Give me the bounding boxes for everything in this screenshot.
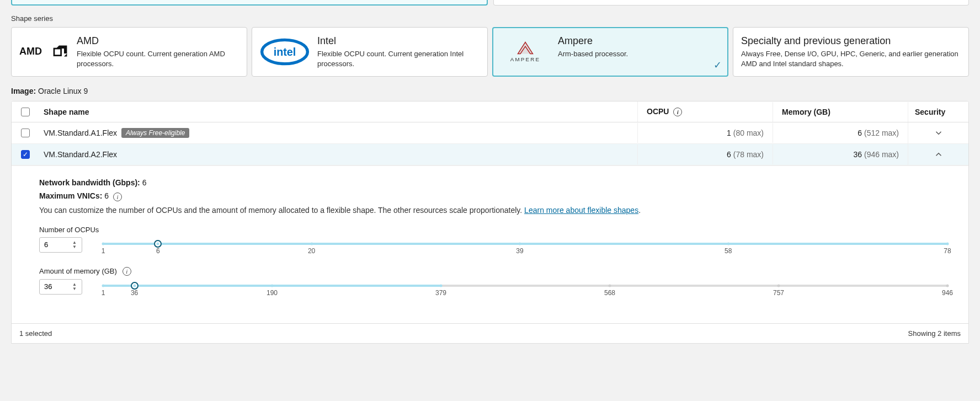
svg-text:AMD: AMD [19,46,42,57]
svg-text:AMPERE: AMPERE [510,56,541,62]
learn-more-link[interactable]: Learn more about flexible shapes [524,206,638,215]
check-icon: ✓ [713,59,722,71]
top-tab-other[interactable] [493,0,969,6]
series-desc: Flexible OCPU count. Current generation … [317,49,480,68]
stepper-icon[interactable]: ▲▼ [72,239,80,251]
chevron-down-icon[interactable] [934,128,944,138]
stepper-icon[interactable]: ▲▼ [72,281,80,293]
selected-count: 1 selected [19,329,52,338]
col-memory: Memory (GB) [773,102,908,122]
chevron-up-icon[interactable] [934,149,944,159]
image-value: Oracle Linux 9 [38,87,88,95]
series-desc: Always Free, Dense I/O, GPU, HPC, Generi… [741,49,961,68]
image-line: Image: Oracle Linux 9 [11,87,980,95]
ocpu-slider-group: Number of OCPUs ▲▼ 1620395878 [39,226,952,257]
series-card-ampere[interactable]: AMPERE Ampere Arm-based processor. ✓ [492,27,728,77]
shape-detail-panel: Network bandwidth (Gbps): 6 Maximum VNIC… [12,165,968,323]
series-card-amd[interactable]: AMD AMD Flexible OCPU count. Current gen… [11,27,247,77]
series-desc: Flexible OCPU count. Current generation … [77,49,239,68]
ocpu-max: (78 max) [733,150,764,159]
col-ocpu: OCPU i [637,101,773,122]
series-card-intel[interactable]: intel Intel Flexible OCPU count. Current… [252,27,488,77]
shape-name: VM.Standard.A2.Flex [44,150,117,159]
info-icon[interactable]: i [113,193,122,201]
col-ocpu-label: OCPU [647,107,669,116]
col-security: Security [908,102,968,122]
memory-tick-labels: 136190379568757946 [103,289,947,299]
desc-text: You can customize the number of OCPUs an… [39,206,524,215]
ocpu-value: 1 [727,129,731,137]
series-desc: Arm-based processor. [558,49,720,59]
ocpu-slider-label: Number of OCPUs [39,226,952,234]
table-row[interactable]: VM.Standard.A1.Flex Always Free-eligible… [12,122,968,144]
bandwidth-value: 6 [142,178,147,187]
memory-slider-label: Amount of memory (GB) [39,267,117,275]
select-all-checkbox[interactable] [21,108,30,116]
ocpu-max: (80 max) [733,129,764,137]
series-title: Intel [317,35,480,47]
row-checkbox[interactable] [21,150,30,159]
mem-max: (512 max) [864,129,899,137]
memory-slider-group: Amount of memory (GB) i ▲▼ 1361903795687… [39,267,952,299]
vnic-value: 6 [104,191,109,200]
mem-value: 36 [854,150,862,159]
ocpu-value: 6 [727,150,731,159]
shape-series-cards: AMD AMD Flexible OCPU count. Current gen… [0,27,980,77]
series-card-specialty[interactable]: Specialty and previous generation Always… [733,27,969,77]
flex-shape-description: You can customize the number of OCPUs an… [39,206,952,215]
intel-logo: intel [260,35,310,68]
showing-count: Showing 2 items [908,329,961,338]
vnic-label: Maximum VNICs: [39,191,102,200]
info-icon[interactable]: i [122,267,131,276]
mem-max: (946 max) [864,150,899,159]
free-eligible-badge: Always Free-eligible [121,128,189,138]
ocpu-slider-track[interactable] [103,243,947,245]
col-shape-name: Shape name [39,102,637,122]
svg-rect-1 [54,49,61,56]
series-title: Specialty and previous generation [741,35,961,47]
mem-value: 6 [858,129,862,137]
ocpu-tick-labels: 1620395878 [103,247,947,257]
series-title: AMD [77,35,239,47]
top-tab-selected[interactable] [11,0,488,6]
desc-post: . [638,206,641,215]
table-footer: 1 selected Showing 2 items [12,323,968,343]
table-row[interactable]: VM.Standard.A2.Flex 6 (78 max) 36 (946 m… [12,144,968,165]
series-title: Ampere [558,35,720,47]
table-header: Shape name OCPU i Memory (GB) Security [12,101,968,122]
image-label: Image: [11,87,36,95]
amd-logo: AMD [19,35,69,68]
shape-series-label: Shape series [11,14,980,23]
row-checkbox[interactable] [21,129,30,137]
memory-slider-track[interactable] [103,285,947,287]
shape-table: Shape name OCPU i Memory (GB) Security V… [11,101,969,344]
info-icon[interactable]: i [673,108,682,116]
bandwidth-label: Network bandwidth (Gbps): [39,178,140,187]
svg-text:intel: intel [274,46,296,58]
shape-name: VM.Standard.A1.Flex [44,129,117,137]
ampere-logo: AMPERE [500,35,550,68]
